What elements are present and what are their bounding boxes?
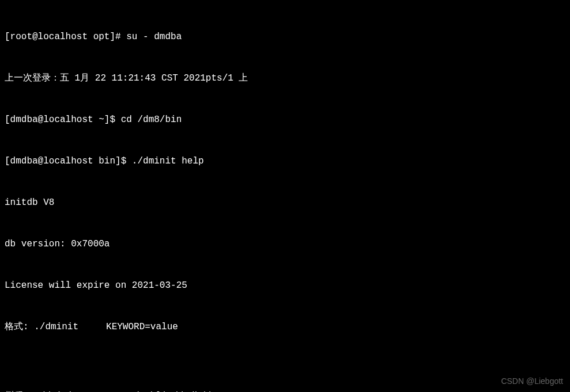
prompt-line: [dmdba@localhost bin]$ ./dminit help	[5, 154, 565, 168]
watermark-text: CSDN @Liebgott	[501, 375, 563, 387]
terminal-output[interactable]: [root@localhost opt]# su - dmdba 上一次登录：五…	[5, 2, 565, 392]
output-line: License will expire on 2021-03-25	[5, 279, 565, 292]
format-line: 格式: ./dminit KEYWORD=value	[5, 320, 565, 334]
example-line: 例程: ./dminit PATH=/public/dmdb/dmData PA…	[5, 389, 565, 392]
output-line: db version: 0x7000a	[5, 237, 565, 251]
last-login-line: 上一次登录：五 1月 22 11:21:43 CST 2021pts/1 上	[5, 71, 565, 85]
output-line: initdb V8	[5, 196, 565, 210]
prompt-line: [root@localhost opt]# su - dmdba	[5, 30, 565, 44]
prompt-line: [dmdba@localhost ~]$ cd /dm8/bin	[5, 113, 565, 127]
